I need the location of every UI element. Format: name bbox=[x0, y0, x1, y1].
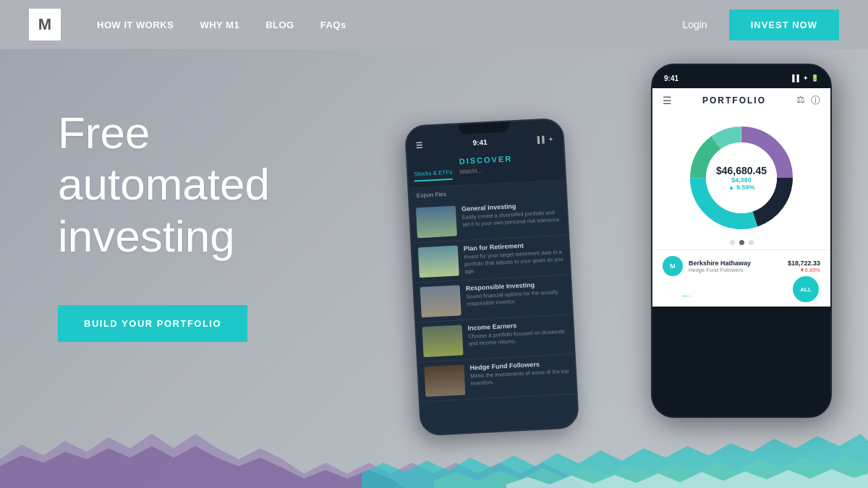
dot-1[interactable] bbox=[730, 240, 735, 245]
item-img-bull bbox=[424, 364, 465, 397]
item-img-city bbox=[420, 285, 461, 317]
info-icon: ⓘ bbox=[811, 94, 820, 107]
item-text-income: Income Earners Choose a portfolio focuse… bbox=[467, 320, 567, 348]
phone1-tab-stocks[interactable]: Stocks & ETFs bbox=[414, 169, 453, 182]
stock-change: ▼6.89% bbox=[788, 267, 820, 273]
logo[interactable]: M bbox=[29, 9, 61, 40]
nav-blog[interactable]: BLOG bbox=[265, 20, 294, 30]
donut-center: $46,680.45 $4,380 ▲ 9.59% bbox=[716, 165, 767, 191]
item-text-hedge: Hedge Fund Followers Mimic the investmen… bbox=[469, 359, 569, 388]
hero-headline-text: Free automated investing bbox=[58, 107, 270, 262]
nav-why-m1[interactable]: WHY M1 bbox=[200, 20, 239, 30]
item-img-vacation bbox=[418, 245, 459, 278]
sparkline-chart bbox=[663, 282, 699, 296]
phone-discover: ☰ 9:41 ▌▌ ✦ DISCOVER Stocks & ETFs Watch… bbox=[404, 118, 579, 437]
hero-section: Free automated investing BUILD YOUR PORT… bbox=[0, 49, 868, 488]
nav-links: HOW IT WORKS WHY M1 BLOG FAQs bbox=[97, 20, 682, 30]
nav-how-it-works[interactable]: HOW IT WORKS bbox=[97, 20, 174, 30]
invest-now-button[interactable]: INVEST NOW bbox=[729, 9, 839, 40]
donut-chart: $46,680.45 $4,380 ▲ 9.59% bbox=[684, 120, 799, 236]
phone2-header-icons: ⚖ ⓘ bbox=[796, 94, 820, 107]
carousel-dots bbox=[652, 240, 830, 245]
login-link[interactable]: Login bbox=[682, 19, 707, 30]
item-img-mountain bbox=[416, 205, 457, 238]
item-img-money bbox=[422, 325, 463, 357]
menu-icon: ☰ bbox=[415, 141, 423, 151]
stock-value: $18,722.33 ▼6.89% bbox=[788, 260, 820, 273]
phone1-tab-watch[interactable]: Watchl... bbox=[459, 168, 482, 180]
portfolio-value: $46,680.45 bbox=[716, 165, 767, 176]
item-text-responsible: Responsible Investing Sound financial op… bbox=[466, 280, 566, 308]
phone2-signal: ▌▌ ✦ 🔋 bbox=[792, 74, 819, 82]
hero-headline: Free automated investing BUILD YOUR PORT… bbox=[58, 107, 270, 342]
list-item: Hedge Fund Followers Mimic the investmen… bbox=[418, 354, 576, 402]
item-text-general: General Investing Easily create a divers… bbox=[461, 200, 561, 228]
portfolio-gain: $4,380 bbox=[716, 176, 767, 184]
nav-right: Login INVEST NOW bbox=[682, 9, 839, 40]
stock-info: Berkshire Hathaway Hedge Fund Followers bbox=[689, 260, 782, 273]
portfolio-pct: ▲ 9.59% bbox=[716, 184, 767, 191]
item-desc: Invest for your target retirement date i… bbox=[464, 249, 563, 275]
build-portfolio-button[interactable]: BUILD YOUR PORTFOLIO bbox=[58, 305, 247, 342]
stock-name: Berkshire Hathaway bbox=[689, 260, 782, 267]
phone2-top-bar: 9:41 ▌▌ ✦ 🔋 bbox=[652, 65, 830, 88]
dot-3[interactable] bbox=[749, 240, 754, 245]
phone2-time: 9:41 bbox=[664, 74, 678, 82]
item-text-retirement: Plan for Retirement Invest for your targ… bbox=[464, 240, 564, 275]
phone1-time: 9:41 bbox=[472, 138, 488, 147]
phone2-notch bbox=[699, 65, 772, 80]
stock-sub: Hedge Fund Followers bbox=[689, 267, 782, 273]
balance-icon: ⚖ bbox=[796, 94, 805, 107]
phones-container: ☰ 9:41 ▌▌ ✦ DISCOVER Stocks & ETFs Watch… bbox=[398, 64, 832, 488]
phone1-screen: ☰ 9:41 ▌▌ ✦ DISCOVER Stocks & ETFs Watch… bbox=[407, 129, 579, 437]
stock-price: $18,722.33 bbox=[788, 260, 820, 267]
dot-2[interactable] bbox=[739, 240, 744, 245]
all-button[interactable]: ALL bbox=[793, 276, 819, 302]
navbar: M HOW IT WORKS WHY M1 BLOG FAQs Login IN… bbox=[0, 0, 868, 49]
phone-portfolio: 9:41 ▌▌ ✦ 🔋 ☰ PORTFOLIO ⚖ ⓘ bbox=[651, 64, 832, 418]
phone2-header: ☰ PORTFOLIO ⚖ ⓘ bbox=[652, 88, 830, 113]
portfolio-title: PORTFOLIO bbox=[702, 95, 766, 106]
nav-faqs[interactable]: FAQs bbox=[320, 20, 346, 30]
hamburger-icon: ☰ bbox=[663, 95, 672, 106]
stock-avatar: M bbox=[663, 256, 683, 276]
phone1-signal: ▌▌ ✦ bbox=[537, 135, 555, 143]
